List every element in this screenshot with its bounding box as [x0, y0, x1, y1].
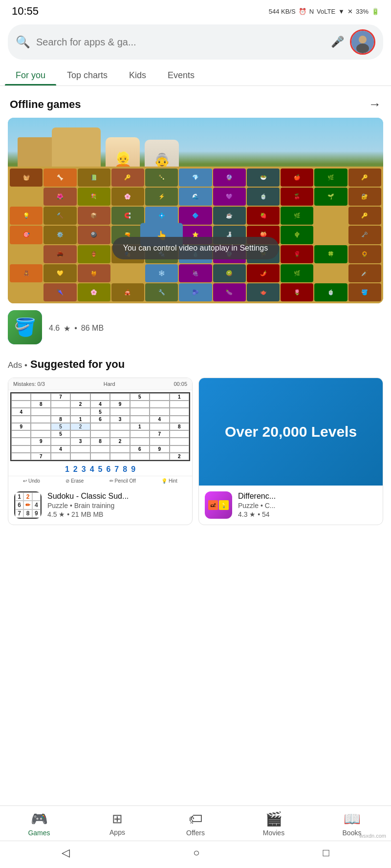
grid-item: 🗝️ — [348, 226, 381, 244]
icon-cell: ✏ — [23, 501, 32, 509]
nfc-icon: N — [309, 8, 314, 15]
grid-item: 🌸 — [111, 188, 144, 206]
icon-cell: 6 — [15, 501, 23, 509]
grid-item: 🍾 — [145, 169, 178, 187]
sudoku-cell — [90, 393, 110, 401]
sudoku-cell: 4 — [51, 445, 70, 453]
nav-apps[interactable]: ⊞ Apps — [98, 811, 137, 836]
grid-item: ☕ — [213, 207, 246, 225]
status-time: 10:55 — [12, 5, 39, 18]
num-9[interactable]: 9 — [131, 465, 135, 474]
undo-button[interactable]: ↩ Undo — [23, 478, 40, 484]
icon-cell: 7 — [15, 509, 23, 518]
tab-events[interactable]: Events — [157, 64, 205, 85]
sudoku-cell: 2 — [170, 453, 189, 460]
offline-games-arrow[interactable]: → — [369, 97, 381, 112]
game-screenshot: 👱 👵 🧺 🦴 📗 🔑 🍾 💎 🔮 🥗 🍎 🌿 🔑 🌺 — [8, 118, 383, 303]
num-7[interactable]: 7 — [114, 465, 119, 474]
sudoku-cell — [150, 453, 169, 460]
grid-item: 💡 — [10, 207, 43, 225]
grid-item: 🔷 — [179, 207, 212, 225]
back-button[interactable]: ◁ — [62, 847, 70, 859]
grid-item — [10, 245, 43, 263]
num-4[interactable]: 4 — [90, 465, 94, 474]
sudoku-cell — [70, 430, 90, 438]
avatar-image — [351, 31, 374, 53]
sudoku-cell — [150, 393, 169, 401]
watermark: wsxdn.com — [359, 833, 386, 839]
sudoku-cell — [31, 393, 50, 401]
grid-item: 🍯 — [78, 264, 110, 282]
building-2 — [52, 127, 101, 171]
grid-item: 🌰 — [43, 245, 76, 263]
books-icon: 📖 — [344, 811, 361, 827]
tab-top-charts[interactable]: Top charts — [56, 64, 118, 85]
ads-label: Ads • — [8, 360, 27, 370]
ads-section-title: Suggested for you — [30, 358, 125, 371]
home-button[interactable]: ○ — [193, 847, 199, 859]
mic-icon[interactable]: 🎤 — [331, 36, 344, 48]
difference-ad-card[interactable]: Over 20,000 Levels 🛋 🪑 🛋 — [198, 378, 383, 525]
sudoku-cell — [130, 438, 150, 445]
grid-item: 🍒 — [281, 188, 313, 206]
game-world: 👱 👵 🧺 🦴 📗 🔑 🍾 💎 🔮 🥗 🍎 🌿 🔑 🌺 — [8, 118, 383, 303]
sudoku-cell — [11, 416, 31, 423]
tab-for-you[interactable]: For you — [5, 64, 56, 85]
recent-button[interactable]: □ — [323, 847, 329, 859]
grid-item: 🦴 — [43, 169, 76, 187]
sudoku-cell: 8 — [51, 416, 70, 423]
sudoku-cell — [110, 430, 130, 438]
sudoku-cell — [110, 453, 130, 460]
num-8[interactable]: 8 — [123, 465, 127, 474]
game-icon: 🪣 — [8, 310, 42, 344]
sudoku-cell: 5 — [90, 408, 110, 415]
tab-kids[interactable]: Kids — [118, 64, 157, 85]
num-5[interactable]: 5 — [98, 465, 103, 474]
grid-item: 🍎 — [281, 169, 313, 187]
avatar[interactable] — [350, 29, 375, 55]
num-2[interactable]: 2 — [73, 465, 78, 474]
sudoku-cell: 9 — [150, 445, 169, 453]
search-bar[interactable]: 🔍 🎤 — [8, 24, 383, 60]
hint-button[interactable]: 💡 Hint — [161, 478, 177, 484]
icon-cell: 4 — [32, 501, 41, 509]
search-input[interactable] — [36, 37, 325, 48]
books-label: Books — [343, 829, 362, 837]
sudoku-cell: 8 — [90, 438, 110, 445]
nav-games[interactable]: 🎮 Games — [20, 811, 59, 837]
sudoku-cell: 3 — [70, 438, 90, 445]
icon-cell: 8 — [23, 509, 32, 518]
num-6[interactable]: 6 — [106, 465, 110, 474]
erase-button[interactable]: ⊘ Erase — [65, 478, 84, 484]
nav-movies[interactable]: 🎬 Movies — [254, 811, 293, 837]
sudoku-cell — [130, 430, 150, 438]
search-icon: 🔍 — [16, 35, 30, 49]
sudoku-cell — [130, 453, 150, 460]
star-icon: ★ — [59, 510, 65, 518]
pencil-button[interactable]: ✏ Pencil Off — [109, 478, 136, 484]
sudoku-cell: 9 — [11, 423, 31, 430]
sudoku-cell — [110, 445, 130, 453]
sudoku-cell: 9 — [110, 401, 130, 408]
grid-item: 💎 — [179, 169, 212, 187]
alarm-icon: ⏰ — [299, 8, 306, 15]
ads-section: Ads • Suggested for you Mistakes: 0/3 Ha… — [0, 346, 391, 525]
diff-icon-img: 🛋 💡 — [205, 491, 232, 519]
sudoku-ad-card[interactable]: Mistakes: 0/3 Hard 00:05 7 5 — [8, 378, 193, 525]
signal-icon: ✕ — [348, 8, 353, 15]
sudoku-cell — [150, 438, 169, 445]
num-3[interactable]: 3 — [82, 465, 86, 474]
num-1[interactable]: 1 — [65, 465, 69, 474]
sudoku-app-icon: 1 2 6 ✏ 4 7 8 9 — [14, 491, 42, 519]
grid-item: 🌹 — [281, 245, 313, 263]
grid-item: 🌸 — [78, 283, 110, 301]
svg-point-2 — [356, 43, 369, 53]
sudoku-cell: 2 — [70, 401, 90, 408]
game-card[interactable]: 👱 👵 🧺 🦴 📗 🔑 🍾 💎 🔮 🥗 🍎 🌿 🔑 🌺 — [8, 118, 383, 346]
icon-cell — [32, 492, 41, 501]
sudoku-timer: 00:05 — [174, 381, 187, 387]
grid-item: 🍆 — [213, 283, 246, 301]
nav-offers[interactable]: 🏷 Offers — [176, 811, 215, 837]
grid-item: 🍀 — [314, 245, 347, 263]
sudoku-cell — [170, 408, 189, 415]
